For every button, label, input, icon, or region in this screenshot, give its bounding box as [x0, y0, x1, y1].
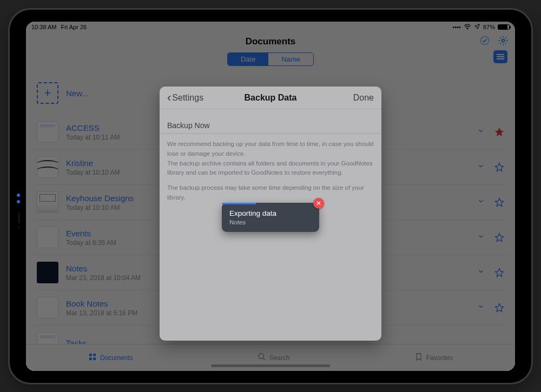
chevron-left-icon: ‹ [167, 92, 171, 104]
close-icon[interactable]: ✕ [313, 198, 324, 209]
section-label: Backup Now [167, 121, 210, 130]
export-progress-toast: Exporting data Notes ✕ [222, 203, 319, 232]
section-header: Backup Now [160, 109, 381, 133]
done-button[interactable]: Done [353, 93, 374, 103]
desc-line: The backup process may take some time de… [167, 183, 374, 203]
toast-title: Exporting data [229, 209, 312, 217]
hardware-port [18, 226, 20, 228]
hardware-port [18, 212, 20, 223]
desc-line: We recommend backing up your data from t… [167, 139, 374, 159]
back-label: Settings [172, 93, 203, 103]
back-button[interactable]: ‹ Settings [167, 92, 203, 104]
description-text: We recommend backing up your data from t… [160, 134, 381, 208]
desc-line: The backup archive contains all folders … [167, 159, 374, 178]
ipad-frame: 10:38 AM Fri Apr 26 •••• 87% Documents D… [10, 10, 531, 383]
toast-subtitle: Notes [229, 219, 312, 225]
screen: 10:38 AM Fri Apr 26 •••• 87% Documents D… [26, 22, 515, 371]
side-indicator [17, 194, 20, 203]
modal-header: ‹ Settings Backup Data Done [160, 87, 381, 109]
